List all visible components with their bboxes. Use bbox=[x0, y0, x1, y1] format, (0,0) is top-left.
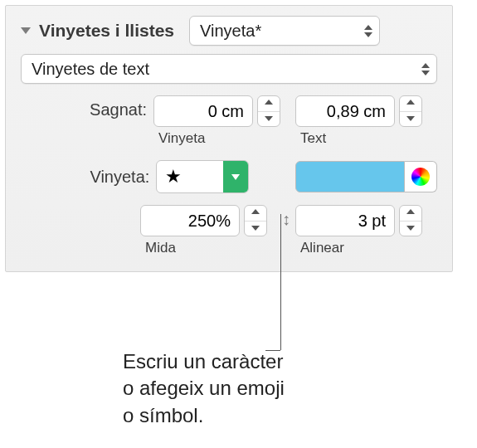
bullet-color-swatch[interactable] bbox=[295, 161, 405, 192]
callout-line: Escriu un caràcter bbox=[123, 348, 285, 375]
callout-text: Escriu un caràcter o afegeix un emoji o … bbox=[123, 348, 285, 429]
indent-row: Sagnat: Vinyeta Text bbox=[21, 95, 437, 147]
chevron-up-icon bbox=[265, 100, 273, 105]
updown-icon bbox=[364, 25, 372, 37]
bullet-indent-input[interactable] bbox=[153, 95, 253, 127]
text-indent-group: Text bbox=[295, 95, 422, 147]
size-stepper[interactable] bbox=[244, 205, 267, 236]
align-caption: Alinear bbox=[300, 240, 344, 256]
bullet-char-row: Vinyeta: ★ bbox=[21, 160, 437, 193]
size-caption: Mida bbox=[145, 240, 176, 256]
vertical-align-icon: ↕ bbox=[282, 210, 290, 229]
chevron-up-icon bbox=[406, 209, 415, 214]
spacer bbox=[21, 205, 140, 210]
text-indent-input[interactable] bbox=[295, 95, 395, 127]
bullet-type-value: Vinyetes de text bbox=[32, 60, 416, 79]
bullet-indent-caption: Vinyeta bbox=[158, 130, 205, 147]
color-picker-button[interactable] bbox=[405, 161, 437, 192]
align-input[interactable] bbox=[295, 205, 395, 236]
callout-line: o afegeix un emoji bbox=[123, 375, 285, 402]
text-indent-caption: Text bbox=[300, 130, 326, 147]
bullet-type-popup[interactable]: Vinyetes de text bbox=[21, 54, 437, 84]
section-title: Vinyetes i llistes bbox=[39, 21, 174, 41]
bullet-char-value: ★ bbox=[157, 161, 223, 192]
size-align-row: Mida ↕ Alinear bbox=[21, 205, 437, 256]
chevron-up-icon bbox=[251, 209, 260, 214]
bullet-color-well bbox=[295, 161, 437, 192]
chevron-down-icon bbox=[406, 226, 415, 231]
section-header: Vinyetes i llistes Vinyeta* bbox=[21, 16, 437, 46]
indent-label: Sagnat: bbox=[21, 95, 153, 119]
size-group: Mida bbox=[140, 205, 267, 256]
chevron-down-icon bbox=[265, 116, 273, 121]
align-stepper[interactable] bbox=[399, 205, 422, 236]
color-wheel-icon bbox=[411, 168, 430, 186]
size-input[interactable] bbox=[140, 205, 240, 236]
bullet-char-label: Vinyeta: bbox=[21, 168, 156, 187]
updown-icon bbox=[421, 63, 430, 75]
chevron-down-icon bbox=[251, 226, 260, 231]
disclosure-down-icon[interactable] bbox=[21, 27, 31, 34]
align-group: Alinear bbox=[295, 205, 422, 256]
callout-line: o símbol. bbox=[123, 402, 285, 429]
bullet-indent-group: Vinyeta bbox=[153, 95, 280, 147]
list-preset-value: Vinyeta* bbox=[200, 22, 359, 41]
bullet-char-combo[interactable]: ★ bbox=[156, 160, 249, 193]
callout-leader-line bbox=[280, 214, 281, 350]
list-preset-popup[interactable]: Vinyeta* bbox=[189, 16, 380, 46]
text-indent-stepper[interactable] bbox=[399, 95, 422, 127]
chevron-up-icon bbox=[406, 100, 415, 105]
bullets-lists-panel: Vinyetes i llistes Vinyeta* Vinyetes de … bbox=[5, 5, 453, 272]
chevron-down-icon bbox=[406, 116, 415, 121]
bullet-char-dropdown[interactable] bbox=[223, 161, 248, 192]
chevron-down-icon bbox=[231, 174, 240, 180]
bullet-indent-stepper[interactable] bbox=[257, 95, 280, 127]
